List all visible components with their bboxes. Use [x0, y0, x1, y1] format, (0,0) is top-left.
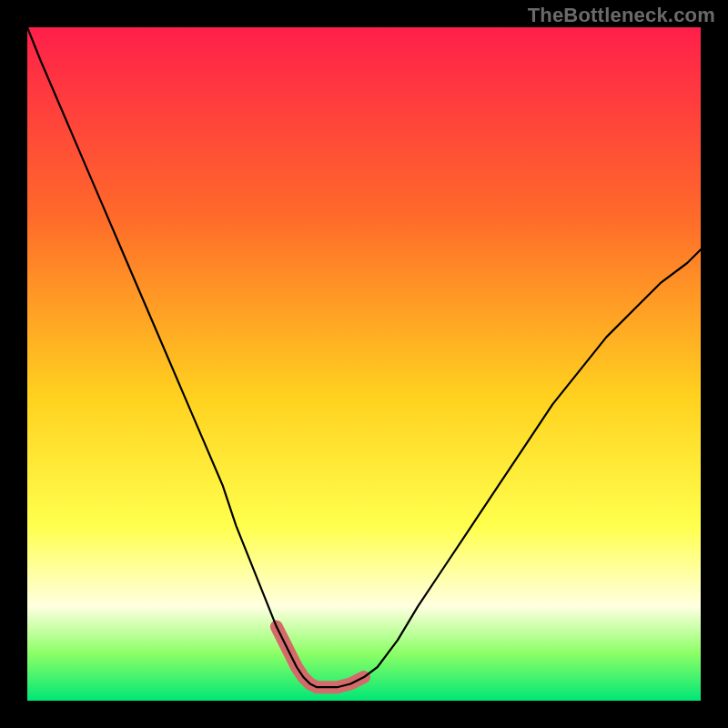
chart-frame: TheBottleneck.com — [0, 0, 728, 728]
bottleneck-chart — [0, 0, 728, 728]
plot-background — [27, 27, 701, 701]
